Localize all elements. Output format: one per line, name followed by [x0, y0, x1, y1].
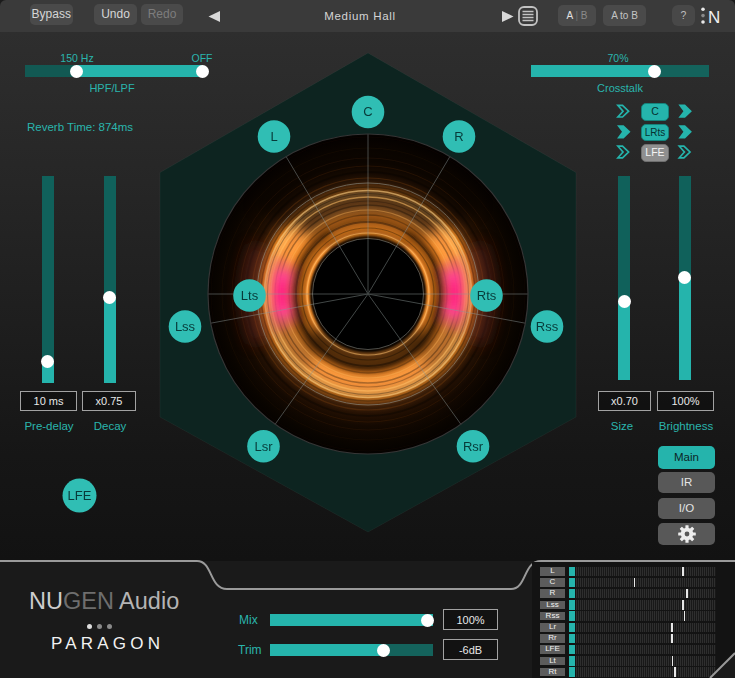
svg-text:N: N [708, 8, 720, 27]
